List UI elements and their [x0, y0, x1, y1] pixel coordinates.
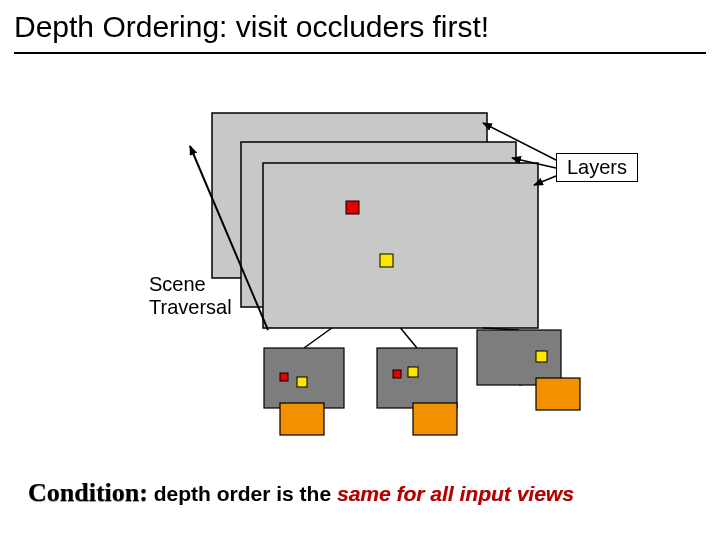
red-marker-4 [393, 370, 401, 378]
condition-rest: depth order is the [148, 482, 337, 505]
red-marker-2 [280, 373, 288, 381]
scene-traversal-label: Scene Traversal [149, 273, 232, 319]
orange-leaf-1 [413, 403, 457, 435]
yellow-marker-6 [536, 351, 547, 362]
condition-word: Condition: [28, 478, 148, 507]
slide: Depth Ordering: visit occluders first! L… [0, 0, 720, 540]
orange-leaf-2 [536, 378, 580, 410]
node-connector-0 [304, 328, 332, 348]
scene-line1: Scene [149, 273, 232, 296]
orange-leaf-0 [280, 403, 324, 435]
layer-rect-2 [263, 163, 538, 328]
condition-line: Condition: depth order is the same for a… [28, 478, 574, 508]
condition-emph: same for all input views [337, 482, 574, 505]
yellow-marker-3 [297, 377, 307, 387]
layers-label: Layers [556, 153, 638, 182]
layers-group [212, 113, 538, 328]
gray-node-2 [477, 330, 561, 385]
scene-line2: Traversal [149, 296, 232, 319]
diagram [0, 0, 720, 540]
yellow-marker-1 [380, 254, 393, 267]
red-marker-0 [346, 201, 359, 214]
yellow-marker-5 [408, 367, 418, 377]
gray-node-1 [377, 348, 457, 408]
node-connector-1 [401, 328, 418, 348]
